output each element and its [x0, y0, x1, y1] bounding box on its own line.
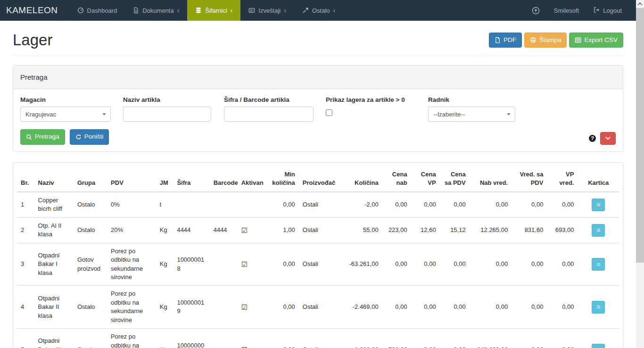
cell-nab-vred: 0,00: [470, 243, 512, 286]
export-csv-button[interactable]: Export CSV: [569, 33, 623, 48]
naziv-artikla-input[interactable]: [123, 107, 211, 122]
collapse-panel-button[interactable]: [600, 132, 616, 145]
export-toolbar: PDF Štampa Export CSV: [489, 33, 623, 48]
cell-jm: Kg: [156, 286, 173, 329]
table-row: 1 Copper bicrh cliff Ostalo 0% t 0,00 Os…: [17, 192, 619, 217]
cell-min-kolicina: 0,00: [264, 286, 299, 329]
cell-nab-vred: 12.265,00: [470, 217, 512, 243]
list-icon: ≡: [596, 201, 600, 208]
logout-button[interactable]: Logout: [593, 7, 622, 15]
cell-vred-sa-pdv: 831,60: [512, 217, 547, 243]
cell-barcode: [210, 329, 238, 348]
col-header-grupa: Grupa: [74, 166, 107, 192]
naziv-artikla-label: Naziv artikla: [123, 96, 211, 103]
cell-pdv: Porez po odbitku na sekundarne sirovine: [107, 329, 156, 348]
prikaz-field-group: Prikaz lagera za artikle > 0: [326, 96, 416, 122]
help-icon[interactable]: ?: [589, 135, 596, 142]
cell-grupa: Ostalo: [74, 192, 107, 217]
cell-pdv: 0%: [107, 192, 156, 217]
nav-item-sifarnici[interactable]: Šifarnici ‹: [187, 0, 240, 21]
caret-down-icon: [102, 113, 106, 116]
nav-item-label: Šifarnici: [205, 7, 227, 14]
cell-grupa: Ostalo: [74, 217, 107, 243]
radnik-label: Radnik: [428, 96, 515, 103]
cell-cena-sa-pdv: 0,00: [440, 286, 470, 329]
cell-vp-vred: 0,00: [547, 286, 578, 329]
search-button[interactable]: Pretraga: [20, 129, 65, 145]
cell-br: 2: [17, 217, 34, 243]
print-button[interactable]: Štampa: [524, 33, 567, 48]
cell-proizvodjac: Ostali: [299, 286, 342, 329]
col-header-nab-vred: Nab vred.: [470, 166, 512, 192]
scroll-up-button[interactable]: [636, 0, 644, 8]
sifra-field-group: Šifra / Barcode artikla: [224, 96, 314, 122]
pdf-file-icon: [495, 37, 501, 43]
cell-barcode: [210, 286, 238, 329]
company-link[interactable]: Smilesoft: [554, 7, 579, 14]
cell-cena-vp: 0,00: [411, 329, 440, 348]
nav-item-ostalo[interactable]: Ostalo ‹: [294, 0, 343, 21]
cell-jm: t: [156, 192, 173, 217]
cell-cena-nab: 0,00: [382, 243, 411, 286]
cell-cena-sa-pdv: 0,00: [440, 243, 470, 286]
refresh-icon: [75, 134, 82, 140]
printer-icon: [530, 37, 537, 43]
brand-logo[interactable]: KAMELEON: [0, 0, 65, 21]
search-panel: Pretraga Magacin Kragujevac Naziv artikl…: [13, 65, 623, 152]
kartica-button[interactable]: ≡: [592, 224, 605, 237]
main-menu: Dashboard Dokumenta ‹ Šifarnici ‹ Izvešt…: [69, 0, 344, 21]
checked-checkbox-icon: ☑: [238, 286, 264, 329]
col-header-br: Br.: [17, 166, 34, 192]
cell-barcode: [210, 192, 238, 217]
pdf-button[interactable]: PDF: [489, 33, 522, 48]
cell-jm: Kg: [156, 217, 173, 243]
cell-min-kolicina: 0,00: [264, 329, 299, 348]
checked-checkbox-icon: ☑: [238, 329, 264, 348]
search-icon: [26, 134, 32, 140]
sifra-barcode-input[interactable]: [224, 107, 314, 122]
col-header-cena-vp: Cena VP: [411, 166, 440, 192]
kartica-button[interactable]: ≡: [592, 344, 605, 348]
cell-cena-nab: 500,00: [382, 329, 411, 348]
cell-pdv: 20%: [107, 217, 156, 243]
cell-vred-sa-pdv: 0,00: [512, 329, 547, 348]
reset-button-label: Poništi: [84, 133, 104, 141]
cell-naziv: Otp. Al II klasa: [34, 217, 74, 243]
cell-barcode: 4444: [210, 217, 238, 243]
chevron-down-icon: [605, 135, 611, 141]
cell-vred-sa-pdv: 0,00: [512, 243, 547, 286]
chevron-left-icon: ‹: [177, 7, 180, 14]
kartica-button[interactable]: ≡: [592, 199, 605, 211]
nav-item-izvestaji[interactable]: Izveštaji ‹: [240, 0, 294, 21]
arrow-circle-up-icon[interactable]: [532, 7, 540, 15]
cell-naziv: Otpadni Bakar II klasa: [34, 286, 74, 329]
scrollbar-thumb[interactable]: [636, 8, 644, 263]
cell-cena-vp: 0,00: [411, 192, 440, 217]
cell-sifra: [173, 192, 209, 217]
nav-item-dashboard[interactable]: Dashboard: [69, 0, 125, 21]
table-row: 4 Otpadni Bakar II klasa Ostalo Porez po…: [17, 286, 619, 329]
page-title: Lager: [13, 31, 52, 49]
cell-kolicina: -63.261,00: [342, 243, 382, 286]
cell-kolicina: 55,00: [342, 217, 382, 243]
prikaz-lagera-checkbox[interactable]: [326, 109, 332, 116]
kartica-button[interactable]: ≡: [592, 301, 605, 314]
radnik-select-value: --Izaberite--: [433, 111, 465, 118]
cell-cena-sa-pdv: 0,00: [440, 192, 470, 217]
tools-icon: [302, 7, 309, 14]
kartica-button[interactable]: ≡: [592, 258, 605, 271]
radnik-select[interactable]: --Izaberite--: [428, 107, 515, 122]
search-actions: Pretraga Poništi: [20, 129, 616, 145]
col-header-pdv: PDV: [107, 166, 156, 192]
cell-vp-vred: 693,00: [547, 217, 578, 243]
cell-br: 1: [17, 192, 34, 217]
database-icon: [195, 7, 202, 14]
magacin-select[interactable]: Kragujevac: [20, 107, 111, 122]
col-header-cena-sa-pdv: Cena sa PDV: [440, 166, 470, 192]
cell-min-kolicina: 0,00: [264, 243, 299, 286]
nav-item-dokumenta[interactable]: Dokumenta ‹: [125, 0, 187, 21]
lager-table: Br. Naziv Grupa PDV JM Šifra Barcode Akt…: [17, 166, 619, 348]
cell-cena-sa-pdv: 15,12: [440, 217, 470, 243]
col-header-jm: JM: [156, 166, 173, 192]
reset-button[interactable]: Poništi: [70, 129, 109, 145]
